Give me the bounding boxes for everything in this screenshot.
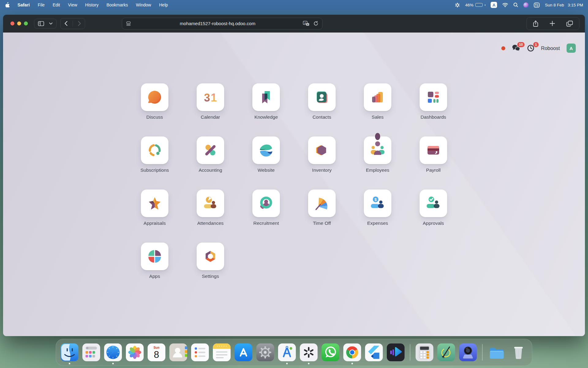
dock-contacts[interactable] <box>169 343 187 361</box>
dock-media-player[interactable] <box>387 343 405 361</box>
app-contacts[interactable]: Contacts <box>294 83 350 120</box>
battery-indicator[interactable]: 46% <box>465 3 486 7</box>
menu-view[interactable]: View <box>68 2 77 7</box>
tab-overview-icon[interactable] <box>566 20 573 27</box>
menu-history[interactable]: History <box>85 2 99 7</box>
wifi-icon[interactable] <box>502 3 508 7</box>
sidebar-icon[interactable] <box>38 21 44 26</box>
settings-icon <box>202 248 218 264</box>
payroll-icon <box>425 142 441 158</box>
app-sales[interactable]: Sales <box>350 83 405 120</box>
app-accounting[interactable]: Accounting <box>183 136 238 173</box>
new-tab-icon[interactable] <box>549 20 555 27</box>
subscriptions-icon <box>147 142 163 158</box>
app-apps[interactable]: Apps <box>127 243 183 279</box>
dock-xcode[interactable] <box>278 343 296 361</box>
close-button[interactable] <box>10 21 14 25</box>
dock-calculator[interactable] <box>416 343 433 361</box>
dock-notes[interactable] <box>213 343 231 361</box>
running-indicator <box>352 363 353 364</box>
address-bar[interactable]: mohamed1527-roboost-hq.odoo.com Ax <box>122 18 322 29</box>
dock-downloads-folder[interactable] <box>488 343 506 361</box>
menu-file[interactable]: File <box>38 2 45 7</box>
dock-whatsapp[interactable] <box>322 343 339 361</box>
dock-system-settings[interactable] <box>256 343 274 361</box>
app-label: Time Off <box>313 220 331 226</box>
battery-icon <box>475 3 483 7</box>
app-appraisals[interactable]: Appraisals <box>127 190 183 226</box>
safari-toolbar: mohamed1527-roboost-hq.odoo.com Ax <box>3 15 585 33</box>
app-calendar[interactable]: 3 1 Calendar <box>183 83 238 120</box>
company-name[interactable]: Roboost <box>541 45 560 51</box>
minimize-button[interactable] <box>17 21 21 25</box>
app-inventory[interactable]: Inventory <box>294 136 350 173</box>
menu-window[interactable]: Window <box>136 2 151 7</box>
notification-dot[interactable] <box>501 46 505 50</box>
forward-icon[interactable] <box>78 21 81 26</box>
app-expenses[interactable]: $ Expenses <box>350 190 405 226</box>
toolbar-right-group <box>526 17 579 30</box>
dock-chatgpt[interactable] <box>300 343 318 361</box>
reader-icon[interactable] <box>126 21 131 26</box>
dock-app-store[interactable] <box>235 343 252 361</box>
app-recruitment[interactable]: Recruitment <box>238 190 294 226</box>
chevron-down-icon[interactable] <box>49 22 53 25</box>
app-time-off[interactable]: Time Off <box>294 190 350 226</box>
app-label: Appraisals <box>144 220 166 226</box>
app-discuss[interactable]: Discuss <box>127 83 183 120</box>
menubar-time[interactable]: 3:15 PM <box>568 3 583 7</box>
dock-recipes[interactable] <box>437 343 455 361</box>
running-indicator <box>286 363 288 364</box>
odoo-systray: 10 1 Roboost A <box>501 44 576 53</box>
svg-text:Sun: Sun <box>153 346 160 349</box>
app-website[interactable]: Website <box>238 136 294 173</box>
app-approvals[interactable]: Approvals <box>405 190 461 226</box>
input-source-icon[interactable]: A <box>491 2 497 8</box>
app-label: Expenses <box>367 220 388 226</box>
dock-launchpad[interactable] <box>82 343 100 361</box>
chatgpt-menubar-icon[interactable] <box>455 2 460 8</box>
app-label: Inventory <box>312 167 332 173</box>
dock-photos[interactable] <box>126 343 144 361</box>
reload-icon[interactable] <box>313 21 318 26</box>
dock-loupe[interactable] <box>459 343 477 361</box>
battery-percent: 46% <box>465 3 473 7</box>
sidebar-group <box>34 19 57 29</box>
app-subscriptions[interactable]: Subscriptions <box>127 136 183 173</box>
dock-trash[interactable] <box>510 343 527 361</box>
messages-button[interactable]: 10 <box>512 44 520 52</box>
dock-safari[interactable] <box>104 343 122 361</box>
app-knowledge[interactable]: Knowledge <box>238 83 294 120</box>
user-avatar[interactable]: A <box>567 44 576 53</box>
spotlight-icon[interactable] <box>513 2 518 7</box>
app-attendances[interactable]: Attendances <box>183 190 238 226</box>
app-dashboards[interactable]: Dashboards <box>405 83 461 120</box>
app-label: Payroll <box>426 167 440 173</box>
dock-flutter[interactable] <box>365 343 383 361</box>
inventory-icon <box>314 142 330 158</box>
share-icon[interactable] <box>533 20 538 27</box>
control-center-icon[interactable] <box>534 2 540 8</box>
app-payroll[interactable]: Payroll <box>405 136 461 173</box>
back-icon[interactable] <box>64 21 68 26</box>
zoom-button[interactable] <box>24 21 28 25</box>
menu-help[interactable]: Help <box>159 2 168 7</box>
activities-button[interactable]: 1 <box>527 44 534 52</box>
dock-reminders[interactable] <box>191 343 209 361</box>
menu-edit[interactable]: Edit <box>53 2 60 7</box>
apple-menu[interactable] <box>5 2 9 8</box>
menubar-app-name[interactable]: Safari <box>17 2 30 7</box>
translate-icon[interactable]: Ax <box>303 21 310 26</box>
app-label: Employees <box>366 167 390 173</box>
dock-finder[interactable] <box>61 343 78 361</box>
app-employees[interactable]: Employees <box>350 136 405 173</box>
menubar-date[interactable]: Sun 8 Feb <box>545 3 564 7</box>
app-settings[interactable]: Settings <box>183 243 238 279</box>
odoo-home: 10 1 Roboost A Discuss <box>3 33 585 336</box>
url-text[interactable]: mohamed1527-roboost-hq.odoo.com <box>134 21 301 26</box>
app-label: Discuss <box>146 114 163 120</box>
dock-chrome[interactable] <box>343 343 361 361</box>
menu-bookmarks[interactable]: Bookmarks <box>107 2 128 7</box>
dock-calendar[interactable]: Sun 8 <box>148 343 165 361</box>
siri-icon[interactable] <box>523 2 529 8</box>
